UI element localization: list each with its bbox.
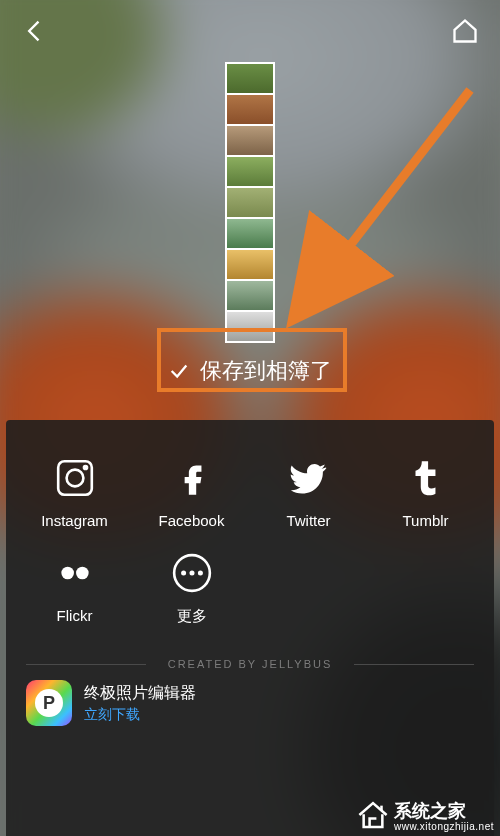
share-row-2: Flickr 更多 [16, 539, 484, 636]
instagram-icon [51, 454, 99, 502]
twitter-icon [285, 454, 333, 502]
top-bar [0, 0, 500, 62]
strip-thumb [227, 95, 273, 124]
watermark-brand: 系统之家 [394, 801, 466, 821]
promo-banner[interactable]: 终极照片编辑器 立刻下载 [16, 680, 484, 738]
svg-point-5 [76, 567, 89, 580]
watermark: 系统之家 www.xitongzhijia.net [350, 794, 500, 836]
share-label: Tumblr [402, 512, 448, 529]
share-sheet: Instagram Facebook Twitter Tumblr [6, 420, 494, 836]
share-flickr[interactable]: Flickr [16, 539, 133, 636]
promo-cta: 立刻下载 [84, 706, 196, 724]
share-label: 更多 [177, 607, 207, 626]
share-tumblr[interactable]: Tumblr [367, 444, 484, 539]
strip-thumb [227, 188, 273, 217]
credit-line: CREATED BY JELLYBUS [16, 658, 484, 670]
share-more[interactable]: 更多 [133, 539, 250, 636]
strip-thumb [227, 281, 273, 310]
annotation-highlight-box [157, 328, 347, 392]
photo-strip-preview [225, 62, 275, 343]
watermark-logo-icon [356, 798, 390, 832]
strip-thumb [227, 126, 273, 155]
tumblr-icon [402, 454, 450, 502]
back-button[interactable] [14, 10, 56, 52]
share-instagram[interactable]: Instagram [16, 444, 133, 539]
strip-thumb [227, 250, 273, 279]
svg-point-2 [66, 470, 83, 487]
share-label: Flickr [57, 607, 93, 624]
share-twitter[interactable]: Twitter [250, 444, 367, 539]
svg-point-8 [189, 570, 194, 575]
svg-point-7 [181, 570, 186, 575]
chevron-left-icon [21, 17, 49, 45]
svg-point-4 [61, 567, 74, 580]
strip-thumb [227, 64, 273, 93]
share-label: Instagram [41, 512, 108, 529]
more-icon [168, 549, 216, 597]
strip-thumb [227, 157, 273, 186]
promo-app-icon [26, 680, 72, 726]
screen: 保存到相簿了 Instagram Facebook [0, 0, 500, 836]
facebook-icon [168, 454, 216, 502]
home-button[interactable] [444, 10, 486, 52]
share-label: Twitter [286, 512, 330, 529]
flickr-icon [51, 549, 99, 597]
watermark-url: www.xitongzhijia.net [394, 821, 494, 832]
share-label: Facebook [159, 512, 225, 529]
svg-point-9 [197, 570, 202, 575]
share-row-1: Instagram Facebook Twitter Tumblr [16, 444, 484, 539]
share-facebook[interactable]: Facebook [133, 444, 250, 539]
promo-title: 终极照片编辑器 [84, 683, 196, 704]
strip-thumb [227, 219, 273, 248]
svg-point-3 [83, 465, 88, 470]
home-icon [451, 17, 479, 45]
